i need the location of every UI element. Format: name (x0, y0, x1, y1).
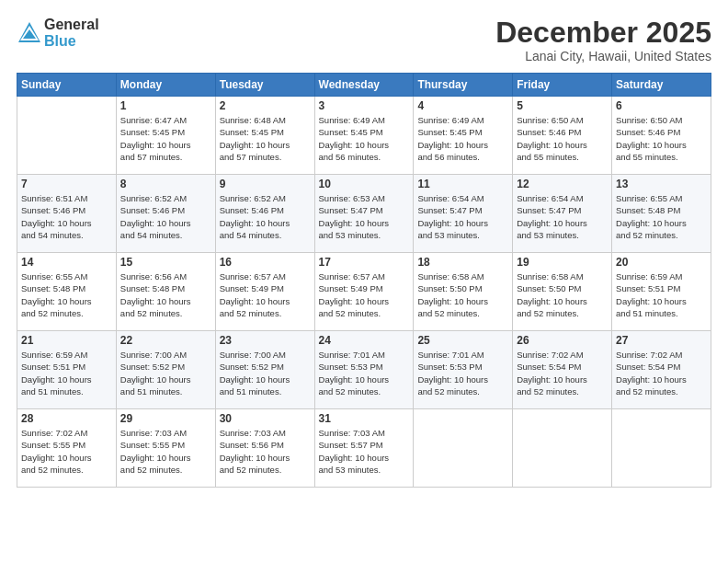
day-info: Sunrise: 6:48 AM Sunset: 5:45 PM Dayligh… (220, 114, 311, 163)
title-block: December 2025 Lanai City, Hawaii, United… (495, 17, 711, 63)
calendar-weekday-saturday: Saturday (612, 74, 711, 97)
day-info: Sunrise: 6:58 AM Sunset: 5:50 PM Dayligh… (517, 270, 608, 319)
subtitle: Lanai City, Hawaii, United States (495, 49, 711, 63)
day-number: 19 (517, 256, 608, 269)
day-info: Sunrise: 7:03 AM Sunset: 5:57 PM Dayligh… (319, 427, 410, 476)
day-number: 8 (120, 178, 211, 190)
calendar-cell: 21Sunrise: 6:59 AM Sunset: 5:51 PM Dayli… (17, 331, 117, 409)
logo-blue-text: Blue (44, 33, 99, 50)
calendar-cell: 5Sunrise: 6:50 AM Sunset: 5:46 PM Daylig… (513, 97, 612, 175)
day-info: Sunrise: 7:01 AM Sunset: 5:53 PM Dayligh… (319, 349, 410, 397)
calendar-cell: 16Sunrise: 6:57 AM Sunset: 5:49 PM Dayli… (215, 253, 314, 331)
calendar-cell: 7Sunrise: 6:51 AM Sunset: 5:46 PM Daylig… (17, 175, 117, 253)
day-info: Sunrise: 7:02 AM Sunset: 5:54 PM Dayligh… (616, 349, 707, 397)
calendar-weekday-thursday: Thursday (414, 74, 513, 97)
calendar-cell: 17Sunrise: 6:57 AM Sunset: 5:49 PM Dayli… (314, 253, 414, 331)
calendar-cell: 30Sunrise: 7:03 AM Sunset: 5:56 PM Dayli… (215, 409, 314, 488)
day-info: Sunrise: 6:54 AM Sunset: 5:47 PM Dayligh… (417, 192, 508, 241)
calendar-cell: 8Sunrise: 6:52 AM Sunset: 5:46 PM Daylig… (116, 175, 215, 253)
day-number: 3 (319, 99, 410, 112)
day-number: 1 (120, 99, 211, 112)
day-info: Sunrise: 6:50 AM Sunset: 5:46 PM Dayligh… (616, 114, 707, 163)
calendar-cell (17, 97, 117, 175)
day-number: 11 (417, 178, 508, 190)
day-number: 13 (616, 178, 707, 190)
day-info: Sunrise: 6:52 AM Sunset: 5:46 PM Dayligh… (220, 192, 311, 241)
day-info: Sunrise: 6:51 AM Sunset: 5:46 PM Dayligh… (21, 192, 112, 241)
logo-icon (17, 20, 42, 46)
calendar-cell: 19Sunrise: 6:58 AM Sunset: 5:50 PM Dayli… (513, 253, 612, 331)
day-number: 30 (220, 412, 311, 425)
calendar-week-row: 21Sunrise: 6:59 AM Sunset: 5:51 PM Dayli… (17, 331, 711, 409)
calendar-cell: 15Sunrise: 6:56 AM Sunset: 5:48 PM Dayli… (116, 253, 215, 331)
day-number: 10 (319, 178, 410, 190)
day-number: 16 (220, 256, 311, 269)
header: General Blue December 2025 Lanai City, H… (17, 17, 711, 63)
logo: General Blue (17, 17, 99, 49)
calendar-cell: 31Sunrise: 7:03 AM Sunset: 5:57 PM Dayli… (314, 409, 414, 488)
calendar-cell (612, 409, 711, 488)
calendar-cell: 24Sunrise: 7:01 AM Sunset: 5:53 PM Dayli… (314, 331, 414, 409)
calendar-weekday-friday: Friday (513, 74, 612, 97)
day-info: Sunrise: 6:57 AM Sunset: 5:49 PM Dayligh… (319, 270, 410, 319)
day-info: Sunrise: 7:03 AM Sunset: 5:56 PM Dayligh… (220, 427, 311, 476)
day-number: 18 (417, 256, 508, 269)
calendar-cell: 18Sunrise: 6:58 AM Sunset: 5:50 PM Dayli… (414, 253, 513, 331)
day-info: Sunrise: 7:00 AM Sunset: 5:52 PM Dayligh… (120, 349, 211, 397)
calendar-cell: 1Sunrise: 6:47 AM Sunset: 5:45 PM Daylig… (116, 97, 215, 175)
calendar-week-row: 14Sunrise: 6:55 AM Sunset: 5:48 PM Dayli… (17, 253, 711, 331)
calendar-cell (414, 409, 513, 488)
calendar-cell: 20Sunrise: 6:59 AM Sunset: 5:51 PM Dayli… (612, 253, 711, 331)
day-info: Sunrise: 6:54 AM Sunset: 5:47 PM Dayligh… (517, 192, 608, 241)
calendar-week-row: 1Sunrise: 6:47 AM Sunset: 5:45 PM Daylig… (17, 97, 711, 175)
calendar-cell: 14Sunrise: 6:55 AM Sunset: 5:48 PM Dayli… (17, 253, 117, 331)
day-info: Sunrise: 6:53 AM Sunset: 5:47 PM Dayligh… (319, 192, 410, 241)
day-number: 7 (21, 178, 112, 190)
day-number: 23 (220, 334, 311, 347)
calendar-weekday-monday: Monday (116, 74, 215, 97)
day-info: Sunrise: 6:59 AM Sunset: 5:51 PM Dayligh… (616, 270, 707, 319)
calendar-cell: 2Sunrise: 6:48 AM Sunset: 5:45 PM Daylig… (215, 97, 314, 175)
day-number: 5 (517, 99, 608, 112)
day-number: 26 (517, 334, 608, 347)
day-info: Sunrise: 6:52 AM Sunset: 5:46 PM Dayligh… (120, 192, 211, 241)
calendar-cell: 23Sunrise: 7:00 AM Sunset: 5:52 PM Dayli… (215, 331, 314, 409)
day-number: 20 (616, 256, 707, 269)
calendar-weekday-sunday: Sunday (17, 74, 117, 97)
calendar-cell: 25Sunrise: 7:01 AM Sunset: 5:53 PM Dayli… (414, 331, 513, 409)
page: General Blue December 2025 Lanai City, H… (0, 0, 728, 563)
day-info: Sunrise: 7:02 AM Sunset: 5:55 PM Dayligh… (21, 427, 112, 476)
day-number: 22 (120, 334, 211, 347)
calendar-cell: 3Sunrise: 6:49 AM Sunset: 5:45 PM Daylig… (314, 97, 414, 175)
day-number: 12 (517, 178, 608, 190)
day-info: Sunrise: 6:56 AM Sunset: 5:48 PM Dayligh… (120, 270, 211, 319)
day-number: 28 (21, 412, 112, 425)
calendar-cell: 22Sunrise: 7:00 AM Sunset: 5:52 PM Dayli… (116, 331, 215, 409)
day-info: Sunrise: 6:59 AM Sunset: 5:51 PM Dayligh… (21, 349, 112, 397)
day-number: 15 (120, 256, 211, 269)
calendar-weekday-wednesday: Wednesday (314, 74, 414, 97)
day-number: 2 (220, 99, 311, 112)
day-number: 25 (417, 334, 508, 347)
day-number: 29 (120, 412, 211, 425)
day-info: Sunrise: 7:00 AM Sunset: 5:52 PM Dayligh… (220, 349, 311, 397)
calendar-cell: 13Sunrise: 6:55 AM Sunset: 5:48 PM Dayli… (612, 175, 711, 253)
day-number: 4 (417, 99, 508, 112)
day-info: Sunrise: 6:57 AM Sunset: 5:49 PM Dayligh… (220, 270, 311, 319)
day-info: Sunrise: 6:49 AM Sunset: 5:45 PM Dayligh… (319, 114, 410, 163)
month-title: December 2025 (495, 17, 711, 49)
calendar-cell: 27Sunrise: 7:02 AM Sunset: 5:54 PM Dayli… (612, 331, 711, 409)
calendar-cell: 28Sunrise: 7:02 AM Sunset: 5:55 PM Dayli… (17, 409, 117, 488)
calendar-week-row: 28Sunrise: 7:02 AM Sunset: 5:55 PM Dayli… (17, 409, 711, 488)
calendar-cell: 10Sunrise: 6:53 AM Sunset: 5:47 PM Dayli… (314, 175, 414, 253)
calendar-cell: 12Sunrise: 6:54 AM Sunset: 5:47 PM Dayli… (513, 175, 612, 253)
day-number: 24 (319, 334, 410, 347)
logo-text: General Blue (44, 17, 99, 49)
calendar-cell: 29Sunrise: 7:03 AM Sunset: 5:55 PM Dayli… (116, 409, 215, 488)
day-info: Sunrise: 6:49 AM Sunset: 5:45 PM Dayligh… (417, 114, 508, 163)
calendar-cell: 11Sunrise: 6:54 AM Sunset: 5:47 PM Dayli… (414, 175, 513, 253)
calendar-header-row: SundayMondayTuesdayWednesdayThursdayFrid… (17, 74, 711, 97)
day-info: Sunrise: 7:02 AM Sunset: 5:54 PM Dayligh… (517, 349, 608, 397)
calendar-week-row: 7Sunrise: 6:51 AM Sunset: 5:46 PM Daylig… (17, 175, 711, 253)
calendar-cell (513, 409, 612, 488)
